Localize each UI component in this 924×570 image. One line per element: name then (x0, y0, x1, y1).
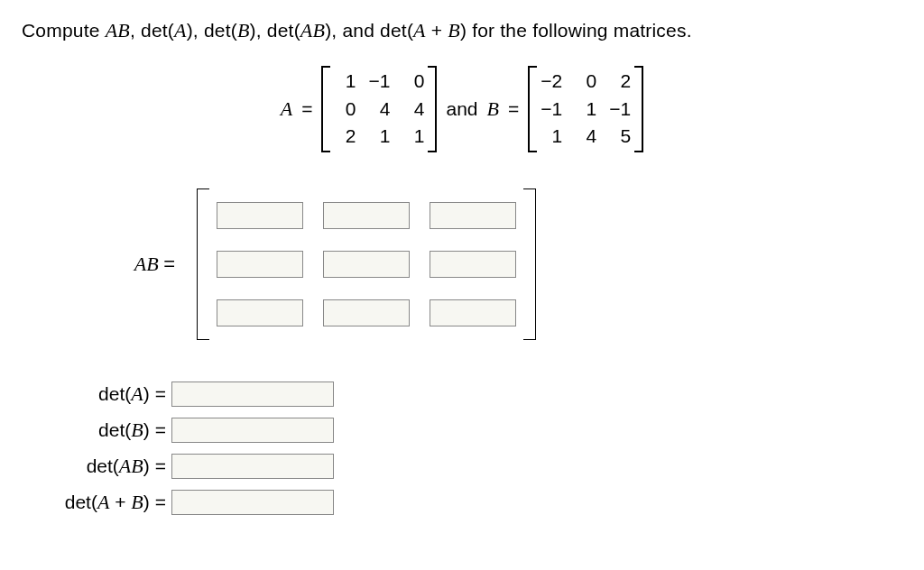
matrix-a-cell: 0 (334, 98, 356, 120)
ab-answer-row: AB = (85, 188, 902, 340)
matrix-a-label: A (281, 97, 292, 121)
matrix-b-cell: 0 (575, 70, 596, 92)
matrix-a-cell: 4 (368, 98, 390, 120)
given-matrices: A = 1 −1 0 0 4 4 2 1 1 and B = −2 0 2 −1… (22, 66, 902, 152)
ab-label-text: AB (134, 253, 159, 275)
bracket-right-icon (523, 188, 536, 340)
det-aplusb-label: det(A + B)= (27, 491, 171, 514)
prompt-item-detApB: det(A + B) (380, 20, 467, 41)
bracket-right-icon (634, 66, 643, 152)
matrix-a: 1 −1 0 0 4 4 2 1 1 (321, 66, 437, 152)
ab-cell-input[interactable] (323, 202, 410, 229)
det-ab-label: det(AB)= (27, 455, 171, 478)
bracket-right-icon (428, 66, 437, 152)
det-ab-input[interactable] (171, 454, 334, 479)
ab-label: AB = (85, 253, 180, 276)
matrix-b-cell: 1 (575, 98, 596, 120)
ab-cell-input[interactable] (323, 299, 410, 326)
matrix-a-cell: 2 (334, 125, 356, 147)
ab-cell-input[interactable] (217, 251, 303, 278)
ab-cell-input[interactable] (430, 299, 516, 326)
matrix-a-cell: −1 (368, 70, 390, 92)
and-text: and (446, 98, 477, 120)
prompt-lead: Compute (22, 20, 106, 41)
matrix-b-label: B (487, 97, 499, 121)
ab-answer-matrix (197, 188, 536, 340)
question-prompt: Compute AB, det(A), det(B), det(AB), and… (22, 18, 902, 44)
matrix-a-cell: 0 (402, 70, 424, 92)
matrix-b-cell: 1 (541, 125, 562, 147)
ab-cells (209, 188, 523, 340)
matrix-a-cell: 1 (334, 70, 356, 92)
det-a-label: det(A)= (27, 382, 171, 406)
ab-cell-input[interactable] (217, 299, 303, 326)
ab-cell-input[interactable] (430, 251, 516, 278)
matrix-b-cells: −2 0 2 −1 1 −1 1 4 5 (537, 66, 634, 152)
matrix-b-cell: 2 (609, 70, 631, 92)
prompt-item-detA: det(A) (141, 20, 193, 41)
matrix-b-cell: −1 (609, 98, 631, 120)
det-a-input[interactable] (171, 382, 334, 407)
prompt-item-detB: det(B) (204, 20, 256, 41)
matrix-b: −2 0 2 −1 1 −1 1 4 5 (528, 66, 643, 152)
equals-sign: = (508, 98, 519, 120)
equals-sign: = (301, 98, 312, 120)
ab-cell-input[interactable] (217, 202, 303, 229)
matrix-b-cell: 5 (609, 125, 631, 147)
matrix-a-cell: 1 (402, 125, 424, 147)
matrix-a-cells: 1 −1 0 0 4 4 2 1 1 (330, 66, 428, 152)
matrix-a-cell: 4 (402, 98, 424, 120)
matrix-b-cell: −1 (541, 98, 562, 120)
det-b-label: det(B)= (27, 418, 171, 442)
prompt-item-detAB: det(AB) (267, 20, 331, 41)
det-b-input[interactable] (171, 418, 334, 443)
bracket-left-icon (528, 66, 537, 152)
det-aplusb-input[interactable] (171, 490, 334, 515)
bracket-left-icon (321, 66, 330, 152)
matrix-a-cell: 1 (368, 125, 390, 147)
prompt-trail: for the following matrices. (472, 20, 692, 41)
equals-sign: = (163, 253, 175, 275)
matrix-b-cell: −2 (541, 70, 562, 92)
ab-cell-input[interactable] (430, 202, 516, 229)
prompt-item-ab: AB (106, 19, 130, 41)
ab-cell-input[interactable] (323, 251, 410, 278)
bracket-left-icon (197, 188, 209, 340)
scalar-answers: det(A)= det(B)= det(AB)= det(A + B)= (27, 382, 902, 515)
matrix-b-cell: 4 (575, 125, 596, 147)
